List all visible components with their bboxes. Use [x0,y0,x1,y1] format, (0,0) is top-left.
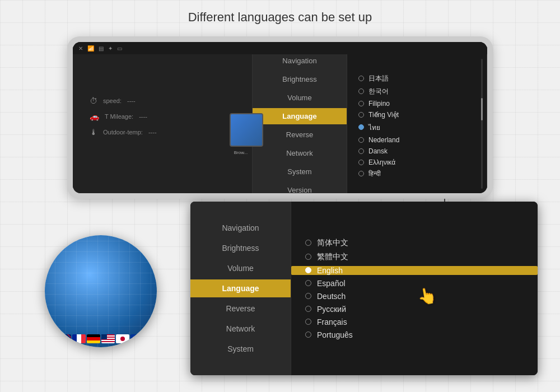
status-bar: ✕ 📶 ▤ ✦ ▭ [73,42,487,54]
lang-item-top-8[interactable]: हिन्दी [358,170,487,178]
speed-label: speed: [103,97,122,104]
lang-label-bottom-3: Español [317,279,346,288]
lang-label-bottom-1: 繁體中文 [317,252,348,262]
map-thumbnail [230,113,263,147]
lang-item-top-1[interactable]: 한국어 [358,87,487,96]
lang-item-top-0[interactable]: 日本語 [358,74,487,83]
lang-label-top-2: Filipino [368,100,390,108]
bluetooth-icon: ✦ [108,45,113,52]
menu-item-bottom-network[interactable]: Network [190,320,291,338]
menu-item-bottom-navigation[interactable]: Navigation [190,219,291,237]
flag-eu [130,334,144,343]
lang-radio-top-0 [358,76,364,81]
menu-item-top-volume[interactable]: Volume [253,90,347,106]
lang-radio-top-6 [358,148,364,154]
lang-radio-bottom-5 [305,306,311,312]
lang-label-top-4: ไทย [368,122,380,133]
lang-label-bottom-0: 简体中文 [317,238,348,248]
lang-radio-top-5 [358,137,364,143]
mileage-label: T Mileage: [105,113,133,120]
speed-icon: ⏱ [90,96,97,105]
lang-item-top-5[interactable]: Nederland [358,136,487,144]
menu-item-top-network[interactable]: Network [253,145,347,161]
menu-item-bottom-brightness[interactable]: Brightness [190,239,291,257]
flag-uk [58,334,71,343]
battery-icon: ▭ [117,45,122,52]
lang-item-top-4[interactable]: ไทย [358,122,487,133]
menu-item-top-brightness[interactable]: Brightness [253,71,347,87]
close-icon: ✕ [78,45,83,52]
settings-menu-top[interactable]: NavigationBrightnessVolumeLanguageRevers… [252,42,347,193]
lang-label-top-8: हिन्दी [368,170,381,178]
lang-item-bottom-0[interactable]: 简体中文 [305,238,538,248]
language-list-bottom: 简体中文繁體中文EnglishEspañolDeutschРусскийFran… [291,202,538,375]
menu-item-top-navigation[interactable]: Navigation [253,53,347,69]
temp-value: ---- [148,129,157,136]
menu-item-top-system[interactable]: System [253,164,347,180]
globe [45,235,157,347]
lang-radio-top-3 [358,112,364,118]
bottom-panel: NavigationBrightnessVolumeLanguageRevers… [190,202,538,375]
flag-france [72,334,86,343]
temp-row: 🌡 Outdoor-temp: ---- [90,128,252,137]
info-panel: ⏱ speed: ---- 🚗 T Mileage: ---- 🌡 Outdoo… [73,42,252,193]
flag-strip [45,325,157,347]
menu-item-bottom-system[interactable]: System [190,340,291,358]
lang-radio-top-8 [358,171,364,176]
lang-label-bottom-5: Русский [317,305,346,314]
lang-label-top-6: Dansk [368,147,388,155]
mileage-value: ---- [139,113,147,120]
menu-item-bottom-reverse[interactable]: Reverse [190,300,291,318]
lang-label-top-7: Ελληνικά [368,158,395,166]
menu-item-top-version[interactable]: Version [253,182,347,193]
lang-radio-bottom-3 [305,280,311,286]
lang-radio-top-7 [358,160,364,165]
lang-radio-bottom-6 [305,319,311,325]
lang-label-top-0: 日本語 [368,74,389,83]
device-top: ✕ 📶 ▤ ✦ ▭ ⏱ speed: ---- 🚗 T Mileage: ---… [67,36,493,199]
flag-germany [87,334,100,343]
lang-item-bottom-3[interactable]: Español [305,279,538,288]
lang-radio-top-2 [358,101,364,106]
lang-radio-bottom-1 [305,254,311,260]
lang-item-bottom-6[interactable]: Français [305,318,538,326]
speed-value: ---- [127,97,136,104]
lang-label-bottom-2: English [317,266,343,275]
menu-item-top-language[interactable]: Language [253,108,347,124]
lang-item-top-6[interactable]: Dansk [358,147,487,155]
speed-row: ⏱ speed: ---- [90,96,252,105]
lang-item-top-2[interactable]: Filipino [358,100,487,108]
lang-label-top-1: 한국어 [368,87,389,96]
lang-item-bottom-2[interactable]: English [291,266,538,275]
scroll-thumb-top [481,98,483,120]
scrollbar-top [481,59,483,189]
lang-label-bottom-7: Português [317,330,353,339]
lang-radio-bottom-2 [305,267,311,273]
lang-radio-top-1 [358,88,364,94]
lang-label-top-3: Tiếng Việt [368,111,399,119]
device-screen: ✕ 📶 ▤ ✦ ▭ ⏱ speed: ---- 🚗 T Mileage: ---… [73,42,487,193]
menu-item-bottom-volume[interactable]: Volume [190,259,291,277]
wifi-icon: 📶 [87,45,94,52]
settings-menu-bottom[interactable]: NavigationBrightnessVolumeLanguageRevers… [190,202,291,375]
car-icon: 🚗 [90,112,99,121]
signal-icon: ▤ [99,45,104,52]
lang-item-top-7[interactable]: Ελληνικά [358,158,487,166]
lang-item-bottom-7[interactable]: Português [305,330,538,339]
lang-item-top-3[interactable]: Tiếng Việt [358,111,487,119]
lang-label-top-5: Nederland [368,136,399,144]
lang-radio-bottom-4 [305,293,311,299]
flag-italy [145,334,157,343]
menu-item-bottom-language[interactable]: Language [190,279,291,297]
language-list-top: 日本語한국어FilipinoTiếng ViệtไทยNederlandDans… [347,42,487,193]
lang-label-bottom-4: Deutsch [317,292,346,301]
temp-label: Outdoor-temp: [103,129,143,136]
globe-container [45,235,168,370]
lang-radio-bottom-7 [305,332,311,338]
lang-item-bottom-1[interactable]: 繁體中文 [305,252,538,262]
lang-radio-bottom-0 [305,240,311,246]
flag-japan [116,334,129,343]
map-label: Brow... [230,150,252,155]
menu-item-top-reverse[interactable]: Reverse [253,127,347,143]
lang-label-bottom-6: Français [317,318,347,326]
